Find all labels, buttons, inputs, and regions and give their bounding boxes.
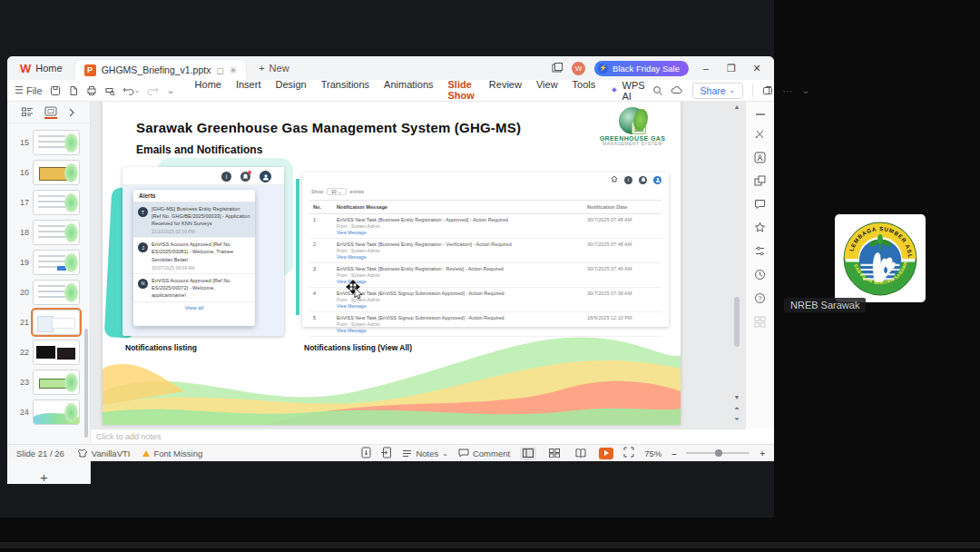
favorites-icon[interactable] xyxy=(754,222,766,233)
menu-tools[interactable]: Tools xyxy=(573,77,596,104)
panel-collapse-icon[interactable] xyxy=(68,108,75,117)
menu-review[interactable]: Review xyxy=(489,77,522,104)
settings-sliders-icon[interactable] xyxy=(754,245,766,257)
slide-sorter-view-button[interactable] xyxy=(546,447,563,460)
share-button[interactable]: Share ⌄ xyxy=(692,83,744,99)
participant-video-nreb[interactable]: LEMBAGA SUMBER ASLI DAN ALAM SEKITAR SAR… xyxy=(835,214,926,302)
profile-avatar-icon xyxy=(260,171,271,182)
view-message-link[interactable]: View Message xyxy=(337,328,580,333)
next-slide-icon[interactable]: ⏷ xyxy=(733,416,740,423)
menu-slide-show[interactable]: Slide Show xyxy=(448,77,475,104)
alert-item[interactable]: T [GHG-MS] Business Entity Registration … xyxy=(133,202,255,238)
font-missing-warning[interactable]: Font Missing xyxy=(142,448,202,458)
menu-animations[interactable]: Animations xyxy=(384,77,433,104)
scrollbar-thumb[interactable] xyxy=(734,297,740,347)
notes-area[interactable]: Click to add notes xyxy=(91,429,745,444)
file-menu-button[interactable]: ☰ File xyxy=(15,84,43,96)
apps-grid-icon[interactable] xyxy=(754,316,766,328)
print-icon[interactable] xyxy=(86,85,97,96)
add-slide-button[interactable]: + xyxy=(40,469,48,485)
slide-thumbnail-19[interactable]: 19 xyxy=(7,247,91,277)
slide-thumbnail-18[interactable]: 18 xyxy=(7,217,91,247)
slide-thumbnail-22[interactable]: 22 xyxy=(7,337,91,367)
history-clock-icon[interactable] xyxy=(754,269,766,281)
toolbar-collapse-icon[interactable]: ⌄ xyxy=(166,84,174,96)
mouse-move-cursor xyxy=(346,280,366,300)
slide-thumbnail-21-selected[interactable]: 21 xyxy=(7,307,91,337)
maximize-button[interactable]: ❐ xyxy=(723,63,740,74)
more-options-icon[interactable]: ··· xyxy=(782,85,792,96)
scroll-up-icon[interactable]: ▲ xyxy=(733,104,740,110)
reading-view-button[interactable] xyxy=(573,447,589,460)
collapse-pane-icon[interactable] xyxy=(755,113,766,116)
close-button[interactable]: ✕ xyxy=(749,63,765,74)
alert-item[interactable]: J EnViSS Account Approved [Ref No. ES/20… xyxy=(133,238,255,273)
comment-pane-icon[interactable] xyxy=(754,199,766,210)
modified-indicator-icon[interactable]: ✳ xyxy=(230,65,237,75)
design-tools-icon[interactable] xyxy=(754,128,766,140)
menu-transitions[interactable]: Transitions xyxy=(321,77,369,104)
thumbnail-image xyxy=(33,160,80,185)
alert-item[interactable]: N EnViSS Account Approved [Ref No. ES/20… xyxy=(133,274,255,302)
normal-view-button[interactable] xyxy=(520,447,536,460)
menu-home[interactable]: Home xyxy=(195,77,221,104)
fit-slide-icon[interactable] xyxy=(623,447,634,459)
comment-button[interactable]: Comment xyxy=(458,448,510,458)
animation-pane-icon[interactable] xyxy=(754,152,766,163)
outline-view-icon[interactable] xyxy=(22,107,34,117)
menu-insert[interactable]: Insert xyxy=(236,77,261,104)
window-layout-icon[interactable] xyxy=(552,63,563,74)
minimize-button[interactable]: – xyxy=(698,63,714,74)
view-all-link[interactable]: View all xyxy=(133,302,255,313)
zoom-out-button[interactable]: – xyxy=(671,448,676,458)
task-window-icon[interactable] xyxy=(762,85,773,96)
promo-button[interactable]: ⚡ Black Friday Sale xyxy=(594,61,689,76)
canvas-scrollbar[interactable]: ▲ ▼ ⏶ ⏷ xyxy=(731,102,742,429)
slide-thumbnail-23[interactable]: 23 xyxy=(7,367,91,397)
slide-thumbnail-16[interactable]: 16 xyxy=(7,157,91,187)
wps-ai-button[interactable]: ✦ WPS AI xyxy=(610,80,644,102)
previous-slide-icon[interactable]: ⏶ xyxy=(733,405,740,412)
notes-toggle[interactable]: Notes ⌄ xyxy=(402,448,448,458)
search-icon[interactable] xyxy=(652,85,663,96)
zoom-in-button[interactable]: + xyxy=(760,448,765,458)
zoom-slider[interactable] xyxy=(686,452,750,454)
scroll-down-icon[interactable]: ▼ xyxy=(733,394,740,400)
cloud-sync-icon[interactable] xyxy=(671,85,683,95)
menu-design[interactable]: Design xyxy=(275,77,306,104)
zoom-level[interactable]: 75% xyxy=(644,448,662,458)
view-message-link[interactable]: View Message xyxy=(337,303,580,309)
theme-indicator[interactable]: VanillaVTI xyxy=(77,448,131,458)
view-message-link[interactable]: View Message xyxy=(337,230,580,235)
menu-view[interactable]: View xyxy=(536,77,558,104)
thumbnail-view-icon[interactable] xyxy=(44,106,57,119)
undo-button[interactable]: ⌄ xyxy=(122,85,141,95)
view-message-link[interactable]: View Message xyxy=(337,254,580,260)
zoom-slider-knob[interactable] xyxy=(715,449,722,457)
shapes-pane-icon[interactable] xyxy=(754,175,766,187)
print-preview-icon[interactable] xyxy=(104,85,115,96)
slide-thumbnail-17[interactable]: 17 xyxy=(7,187,91,217)
output-pdf-icon[interactable] xyxy=(68,85,79,96)
help-icon[interactable]: ? xyxy=(754,292,766,304)
wps-home-tab[interactable]: W Home xyxy=(7,56,75,80)
view-message-link[interactable]: View Message xyxy=(337,279,580,284)
slide-thumbnail-20[interactable]: 20 xyxy=(7,277,91,307)
new-tab-button[interactable]: + New xyxy=(259,63,289,74)
redo-button[interactable] xyxy=(147,85,159,95)
collapse-ribbon-icon[interactable]: ⌄ xyxy=(801,84,809,96)
undo-dropdown-icon[interactable]: ⌄ xyxy=(134,86,141,94)
panel-scrollbar[interactable] xyxy=(84,329,88,438)
share-caret-icon: ⌄ xyxy=(730,86,736,94)
slide-thumbnail-24[interactable]: 24 xyxy=(7,397,91,427)
entries-select[interactable]: 10 ⌄ xyxy=(327,188,347,195)
slide-thumbnail-15[interactable]: 15 xyxy=(7,127,91,157)
slideshow-play-button[interactable] xyxy=(599,448,613,459)
note-page-icon[interactable] xyxy=(361,447,371,460)
export-notes-icon[interactable] xyxy=(381,447,392,460)
current-slide[interactable]: Sarawak Greenhouse Gas Management System… xyxy=(103,102,681,425)
slide-title: Sarawak Greenhouse Gas Management System… xyxy=(136,120,521,135)
save-icon[interactable] xyxy=(50,85,61,96)
user-avatar[interactable]: W xyxy=(572,62,585,75)
plus-icon: + xyxy=(259,63,264,74)
